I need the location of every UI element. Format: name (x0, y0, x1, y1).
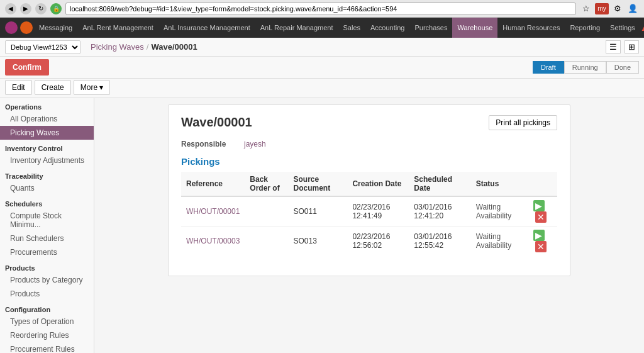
create-button[interactable]: Create (35, 80, 71, 95)
picking-ref-1[interactable]: WH/OUT/00003 (186, 237, 240, 245)
status-running[interactable]: Running (564, 61, 606, 74)
sidebar-section-products[interactable]: Products (0, 259, 94, 273)
form-card: Wave/00001Print all pickings Responsible… (168, 104, 570, 276)
breadcrumb: Picking Waves / Wave/00001 (91, 42, 197, 52)
source-doc-1: SO013 (288, 227, 347, 256)
col-actions (528, 172, 557, 196)
top-nav-right: ▲ 💬 Administrator (arif 786) ▾ (640, 20, 644, 36)
action-bar-2: Edit Create More ▾ (0, 79, 644, 98)
nav-anl-rent[interactable]: AnL Rent Management (77, 18, 158, 38)
pickings-section-title: Pickings (181, 156, 557, 167)
sidebar-item-compute-stock[interactable]: Compute Stock Minimu... (0, 209, 94, 232)
sidebar: Operations All Operations Picking Waves … (0, 98, 94, 353)
scheduled-date-1: 03/01/2016 12:55:42 (409, 227, 470, 256)
sidebar-item-reordering-rules[interactable]: Reordering Rules (0, 328, 94, 342)
print-all-pickings-btn[interactable]: Print all pickings (489, 115, 557, 130)
edit-button[interactable]: Edit (5, 80, 32, 95)
creation-date-1: 02/23/2016 12:56:02 (347, 227, 409, 256)
nav-accounting[interactable]: Accounting (365, 18, 409, 38)
creation-date-0: 02/23/2016 12:41:49 (347, 196, 409, 227)
table-header-row: Reference Back Order of Source Document … (181, 172, 557, 196)
content-area: Wave/00001Print all pickings Responsible… (94, 98, 644, 353)
scheduled-date-0: 03/01/2016 12:41:20 (409, 196, 470, 227)
browser-fwd-btn[interactable]: ▶ (20, 3, 31, 14)
action-bar: Confirm Edit Create Draft Running Done (0, 57, 644, 79)
browser-reload-btn[interactable]: ↻ (35, 3, 47, 14)
col-reference: Reference (181, 172, 245, 196)
url-bar[interactable] (65, 3, 576, 15)
alert-icon: ▲ (640, 23, 644, 33)
responsible-value[interactable]: jayesh (244, 140, 266, 148)
sidebar-item-run-schedulers[interactable]: Run Schedulers (0, 232, 94, 245)
responsible-field-row: Responsible jayesh (181, 140, 557, 148)
responsible-label: Responsible (181, 140, 244, 148)
row-actions-1: ▶ ✕ (528, 227, 557, 256)
bookmark-btn[interactable]: ☆ (580, 3, 592, 15)
browser-back-btn[interactable]: ◀ (5, 3, 16, 14)
odoo-logo (5, 21, 34, 34)
status-1: Waiting Availability (471, 227, 528, 256)
browser-bar: ◀ ▶ ↻ 🔒 ☆ my ⚙ 👤 (0, 0, 644, 18)
sidebar-item-products-by-category[interactable]: Products by Category (0, 273, 94, 287)
nav-sales[interactable]: Sales (338, 18, 366, 38)
status-0: Waiting Availability (471, 196, 528, 227)
nav-settings[interactable]: Settings (605, 18, 640, 38)
delete-icon-1[interactable]: ✕ (535, 241, 547, 252)
sidebar-section-schedulers[interactable]: Schedulers (0, 195, 94, 209)
back-order-1 (245, 227, 288, 256)
table-row: WH/OUT/00003 SO013 02/23/2016 12:56:02 0… (181, 227, 557, 256)
go-icon-0[interactable]: ▶ (533, 200, 545, 211)
sidebar-section-traceability[interactable]: Traceability (0, 167, 94, 181)
sidebar-item-picking-waves[interactable]: Picking Waves (0, 126, 94, 140)
sidebar-item-products[interactable]: Products (0, 287, 94, 301)
settings-btn[interactable]: ⚙ (611, 3, 624, 15)
debug-right: ☰ ⊞ (606, 40, 639, 53)
table-row: WH/OUT/00001 SO011 02/23/2016 12:41:49 0… (181, 196, 557, 227)
confirm-button[interactable]: Confirm (5, 59, 49, 76)
debug-select[interactable]: Debug View#1253 (5, 40, 80, 54)
go-icon-1[interactable]: ▶ (533, 230, 545, 241)
sidebar-section-configuration[interactable]: Configuration (0, 301, 94, 315)
breadcrumb-current: Wave/00001 (151, 42, 197, 52)
nav-purchases[interactable]: Purchases (409, 18, 452, 38)
sidebar-item-procurements[interactable]: Procurements (0, 245, 94, 259)
form-view-btn[interactable]: ⊞ (625, 40, 639, 53)
sidebar-section-operations[interactable]: Operations (0, 98, 94, 112)
browser-icons: ☆ my ⚙ 👤 (580, 3, 639, 15)
col-creation-date: Creation Date (347, 172, 409, 196)
col-backorder: Back Order of (245, 172, 288, 196)
nav-anl-repair[interactable]: AnL Repair Managment (255, 18, 338, 38)
col-status: Status (471, 172, 528, 196)
status-bar: Draft Running Done (533, 61, 639, 74)
sidebar-item-all-operations[interactable]: All Operations (0, 112, 94, 126)
nav-reporting[interactable]: Reporting (565, 18, 605, 38)
sidebar-item-quants[interactable]: Quants (0, 181, 94, 195)
more-btn[interactable]: my (595, 3, 609, 14)
sidebar-section-inventory[interactable]: Inventory Control (0, 140, 94, 154)
sidebar-item-inventory-adjustments[interactable]: Inventory Adjustments (0, 154, 94, 167)
status-draft[interactable]: Draft (533, 61, 564, 74)
delete-icon-0[interactable]: ✕ (535, 211, 547, 223)
ssl-icon: 🔒 (50, 3, 62, 14)
back-order-0 (245, 196, 288, 227)
col-source-doc: Source Document (288, 172, 347, 196)
col-scheduled-date: Scheduled Date (409, 172, 470, 196)
row-actions-0: ▶ ✕ (528, 196, 557, 227)
user-btn[interactable]: 👤 (626, 3, 639, 15)
form-title: Wave/00001 (181, 115, 252, 130)
picking-ref-0[interactable]: WH/OUT/00001 (186, 207, 240, 216)
sidebar-item-types-of-operation[interactable]: Types of Operation (0, 315, 94, 328)
nav-hr[interactable]: Human Resources (497, 18, 565, 38)
breadcrumb-parent[interactable]: Picking Waves (91, 42, 144, 52)
pickings-table: Reference Back Order of Source Document … (181, 172, 557, 255)
list-view-btn[interactable]: ☰ (606, 40, 621, 53)
main-layout: Operations All Operations Picking Waves … (0, 98, 644, 353)
nav-messaging[interactable]: Messaging (34, 18, 77, 38)
debug-bar: Debug View#1253 Picking Waves / Wave/000… (0, 38, 644, 57)
status-done[interactable]: Done (606, 61, 639, 74)
nav-warehouse[interactable]: Warehouse (452, 18, 497, 38)
nav-anl-insurance[interactable]: AnL Insurance Management (158, 18, 255, 38)
more-button[interactable]: More ▾ (74, 80, 111, 95)
sidebar-item-procurement-rules[interactable]: Procurement Rules (0, 342, 94, 353)
breadcrumb-separator: / (147, 42, 149, 52)
